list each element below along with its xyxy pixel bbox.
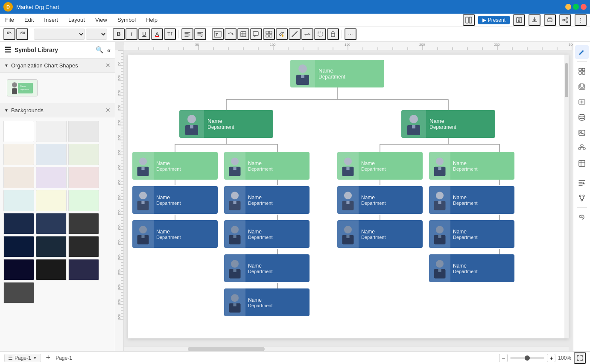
menu-insert[interactable]: Insert xyxy=(42,16,60,24)
zoom-slider[interactable] xyxy=(510,357,544,359)
canvas-area[interactable]: 50100150200250300 5010015020025030035040… xyxy=(115,42,573,351)
org-node-l5-2[interactable]: Name Department xyxy=(224,254,310,282)
fullscreen-button[interactable] xyxy=(574,352,586,364)
fill-button[interactable] xyxy=(276,28,288,40)
horizontal-scrollbar-thumb[interactable] xyxy=(188,347,265,351)
zoom-in-button[interactable]: + xyxy=(547,354,555,362)
search-icon[interactable]: 🔍 xyxy=(96,46,104,54)
minimize-button[interactable] xyxy=(565,4,571,10)
close-button[interactable] xyxy=(581,4,587,10)
bg-thumbnail[interactable] xyxy=(68,236,99,257)
collapse-panel-icon[interactable]: « xyxy=(107,47,111,54)
bg-thumbnail[interactable] xyxy=(36,259,67,280)
org-node-l2-4[interactable]: Name Department xyxy=(429,152,514,180)
edit-tool-button[interactable] xyxy=(575,45,589,59)
history-tool-button[interactable] xyxy=(575,210,589,224)
page-tab[interactable]: ☰ Page-1 ▼ xyxy=(4,354,41,362)
bg-thumbnail[interactable] xyxy=(3,190,34,211)
undo-button[interactable] xyxy=(3,28,15,40)
bg-thumbnail[interactable] xyxy=(36,144,67,165)
bg-section-close[interactable]: ✕ xyxy=(105,107,111,114)
org-node-l3-4[interactable]: Name Department xyxy=(429,186,514,214)
org-tool-button[interactable] xyxy=(575,141,589,155)
backgrounds-section-header[interactable]: ▼ Backgrounds ✕ xyxy=(0,103,115,117)
org-node-l2-2[interactable]: Name Department xyxy=(224,152,310,180)
org-node-l4-1[interactable]: Name Department xyxy=(132,220,218,248)
layers-tool-button[interactable] xyxy=(575,80,589,93)
menu-help[interactable]: Help xyxy=(144,16,159,24)
bg-thumbnail[interactable] xyxy=(3,259,34,280)
bg-thumbnail[interactable] xyxy=(68,144,99,165)
bg-thumbnail[interactable] xyxy=(3,282,34,303)
group-button[interactable] xyxy=(263,28,275,40)
bold-button[interactable]: B xyxy=(113,28,125,40)
text-format-button[interactable]: T xyxy=(164,28,176,40)
share-button[interactable] xyxy=(559,14,571,26)
bg-thumbnail[interactable] xyxy=(3,213,34,234)
org-chart-section-header[interactable]: ▼ Organization Chart Shapes ✕ xyxy=(0,58,115,73)
page-layout-button[interactable] xyxy=(463,14,475,26)
align-left-button[interactable] xyxy=(181,28,193,40)
menu-symbol[interactable]: Symbol xyxy=(116,16,137,24)
add-page-button[interactable]: + xyxy=(44,353,53,362)
vertical-scrollbar[interactable] xyxy=(564,55,569,338)
horizontal-scrollbar[interactable] xyxy=(124,346,569,351)
window-controls[interactable] xyxy=(565,4,587,10)
bg-thumbnail[interactable] xyxy=(68,190,99,211)
line-style-button[interactable] xyxy=(301,28,313,40)
menu-view[interactable]: View xyxy=(93,16,109,24)
org-node-l3-1[interactable]: Name Department xyxy=(132,186,218,214)
save-button[interactable] xyxy=(513,14,525,26)
crop-button[interactable] xyxy=(314,28,326,40)
maximize-button[interactable] xyxy=(573,4,579,10)
lock-button[interactable] xyxy=(327,28,339,40)
bg-thumbnail[interactable] xyxy=(3,236,34,257)
grid-tool-button[interactable] xyxy=(575,64,589,78)
zoom-out-button[interactable]: − xyxy=(499,354,508,362)
org-node-l3-3[interactable]: Name Department xyxy=(337,186,423,214)
data-tool-button[interactable] xyxy=(575,111,589,124)
font-color-button[interactable]: A xyxy=(151,28,163,40)
text-box-button[interactable]: T xyxy=(212,28,224,40)
bg-thumbnail[interactable] xyxy=(36,190,67,211)
bg-thumbnail[interactable] xyxy=(68,121,99,142)
underline-button[interactable]: U xyxy=(138,28,150,40)
org-section-close[interactable]: ✕ xyxy=(105,62,111,69)
zoom-slider-thumb[interactable] xyxy=(525,355,530,361)
table-button[interactable] xyxy=(237,28,249,40)
bg-thumbnail[interactable] xyxy=(68,213,99,234)
canvas-content[interactable]: Name Department Name Department xyxy=(128,55,569,338)
present-button[interactable]: ▶Present xyxy=(478,16,510,24)
bg-thumbnail[interactable] xyxy=(36,121,67,142)
italic-button[interactable]: I xyxy=(126,28,137,40)
org-node-l6-2[interactable]: Name Department xyxy=(224,288,310,316)
menu-edit[interactable]: Edit xyxy=(23,16,35,24)
more-button[interactable]: ⋮ xyxy=(575,14,587,26)
org-shape-item[interactable]: Name Department xyxy=(7,79,38,96)
branch-tool-button[interactable] xyxy=(575,191,589,205)
download-button[interactable] xyxy=(529,14,540,26)
org-node-l3-2[interactable]: Name Department xyxy=(224,186,310,214)
org-node-l4-4[interactable]: Name Department xyxy=(429,220,514,248)
indent-tool-button[interactable] xyxy=(575,176,589,189)
format-tool-button[interactable] xyxy=(575,157,589,170)
org-node-root[interactable]: Name Department xyxy=(290,60,384,87)
org-node-l2-3[interactable]: Name Department xyxy=(337,152,423,180)
more-options-button[interactable]: ··· xyxy=(345,28,356,40)
bg-thumbnail[interactable] xyxy=(3,167,34,188)
menu-file[interactable]: File xyxy=(3,16,16,24)
bg-thumbnail[interactable] xyxy=(3,144,34,165)
org-node-l2-1[interactable]: Name Department xyxy=(132,152,218,180)
menu-layout[interactable]: Layout xyxy=(67,16,87,24)
bg-thumbnail[interactable] xyxy=(68,259,99,280)
bg-thumbnail[interactable] xyxy=(68,167,99,188)
bg-thumbnail[interactable] xyxy=(36,236,67,257)
fit-tool-button[interactable] xyxy=(575,95,589,109)
org-node-l4-2[interactable]: Name Department xyxy=(224,220,310,248)
redo-button[interactable] xyxy=(16,28,28,40)
org-node-l1-left[interactable]: Name Department xyxy=(179,110,273,138)
bg-thumbnail[interactable] xyxy=(36,167,67,188)
org-node-l1-right[interactable]: Name Department xyxy=(401,110,495,138)
font-size-select[interactable] xyxy=(86,29,107,40)
callout-button[interactable] xyxy=(250,28,262,40)
